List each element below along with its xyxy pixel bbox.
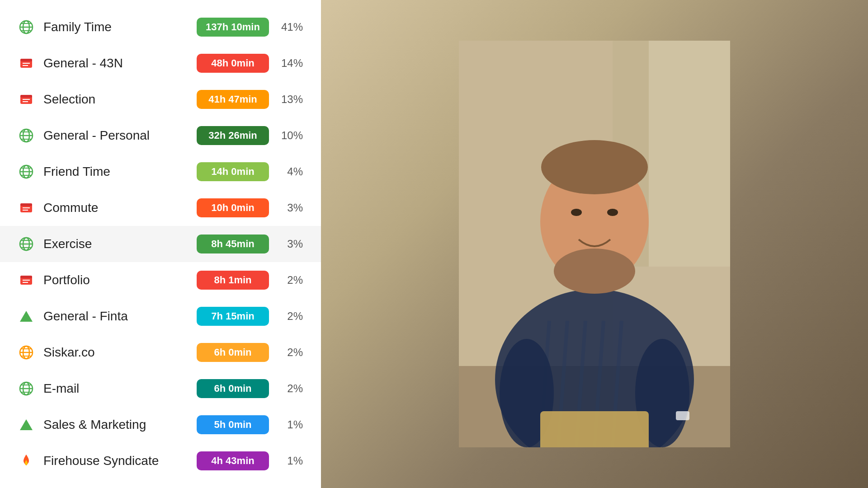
list-item-general-finta[interactable]: General - Finta7h 15min2% [0,298,321,334]
svg-point-62 [571,209,582,216]
time-badge-friend-time: 14h 0min [197,162,269,181]
list-item-exercise[interactable]: Exercise8h 45min3% [0,226,321,262]
item-percent-general-personal: 10% [278,129,303,142]
item-percent-siskar-co: 2% [278,346,303,359]
list-item-selection[interactable]: Selection41h 47min13% [0,81,321,117]
item-name-selection: Selection [43,92,197,107]
item-icon-general-finta [18,308,34,324]
time-badge-general-43n: 48h 0min [197,54,269,73]
item-percent-general-43n: 14% [278,57,303,70]
item-percent-selection: 13% [278,93,303,106]
item-name-exercise: Exercise [43,237,197,251]
list-item-email[interactable]: E-mail6h 0min2% [0,371,321,407]
list-item-general-43n[interactable]: General - 43N48h 0min14% [0,45,321,81]
time-badge-selection: 41h 47min [197,90,269,109]
item-percent-commute: 3% [278,202,303,214]
svg-rect-10 [20,95,32,98]
item-percent-general-finta: 2% [278,310,303,323]
list-item-portfolio[interactable]: Portfolio8h 1min2% [0,262,321,298]
item-icon-sales-marketing [18,417,34,433]
list-item-firehouse-syndicate[interactable]: Firehouse Syndicate4h 43min1% [0,443,321,479]
item-icon-exercise [18,236,34,252]
item-name-general-43n: General - 43N [43,56,197,70]
list-item-family-time[interactable]: Family Time137h 10min41% [0,9,321,45]
person-photo [459,41,730,447]
item-name-friend-time: Friend Time [43,164,197,179]
svg-point-60 [541,140,648,194]
item-percent-family-time: 41% [278,21,303,33]
item-percent-email: 2% [278,382,303,395]
item-percent-exercise: 3% [278,238,303,250]
item-icon-commute [18,200,34,216]
svg-rect-24 [20,203,32,206]
item-icon-family-time [18,19,34,35]
svg-rect-6 [20,59,32,61]
time-badge-commute: 10h 0min [197,198,269,217]
item-name-sales-marketing: Sales & Marketing [43,418,197,432]
item-icon-siskar-co [18,344,34,361]
time-badge-family-time: 137h 10min [197,18,269,37]
svg-point-61 [554,249,635,294]
list-item-general-personal[interactable]: General - Personal32h 26min10% [0,117,321,154]
item-percent-friend-time: 4% [278,165,303,178]
item-icon-friend-time [18,164,34,180]
item-icon-selection [18,91,34,108]
list-item-friend-time[interactable]: Friend Time14h 0min4% [0,154,321,190]
time-badge-siskar-co: 6h 0min [197,343,269,362]
item-icon-general-43n [18,55,34,71]
item-icon-email [18,380,34,397]
time-badge-firehouse-syndicate: 4h 43min [197,451,269,470]
item-name-siskar-co: Siskar.co [43,345,197,360]
item-name-general-personal: General - Personal [43,128,197,143]
photo-panel [321,0,868,488]
item-icon-portfolio [18,272,34,288]
list-item-sales-marketing[interactable]: Sales & Marketing5h 0min1% [0,407,321,443]
items-list: Family Time137h 10min41% General - 43N48… [0,0,321,488]
item-name-portfolio: Portfolio [43,273,197,287]
svg-rect-66 [540,411,649,447]
svg-point-63 [607,209,618,216]
item-percent-sales-marketing: 1% [278,418,303,431]
time-badge-sales-marketing: 5h 0min [197,415,269,434]
item-icon-firehouse-syndicate [18,453,34,469]
time-badge-email: 6h 0min [197,379,269,398]
time-badge-exercise: 8h 45min [197,235,269,253]
item-name-firehouse-syndicate: Firehouse Syndicate [43,454,197,468]
svg-rect-33 [20,276,32,278]
item-name-family-time: Family Time [43,20,197,34]
item-name-commute: Commute [43,201,197,215]
svg-rect-67 [676,411,689,420]
item-name-general-finta: General - Finta [43,309,197,324]
svg-marker-47 [20,419,33,430]
item-name-email: E-mail [43,381,197,396]
svg-marker-36 [20,311,33,322]
photo-background [321,0,868,488]
time-badge-portfolio: 8h 1min [197,271,269,290]
item-percent-portfolio: 2% [278,274,303,286]
item-icon-general-personal [18,127,34,144]
time-badge-general-personal: 32h 26min [197,126,269,145]
list-item-commute[interactable]: Commute10h 0min3% [0,190,321,226]
item-percent-firehouse-syndicate: 1% [278,455,303,467]
list-item-siskar-co[interactable]: Siskar.co6h 0min2% [0,334,321,371]
time-badge-general-finta: 7h 15min [197,307,269,326]
